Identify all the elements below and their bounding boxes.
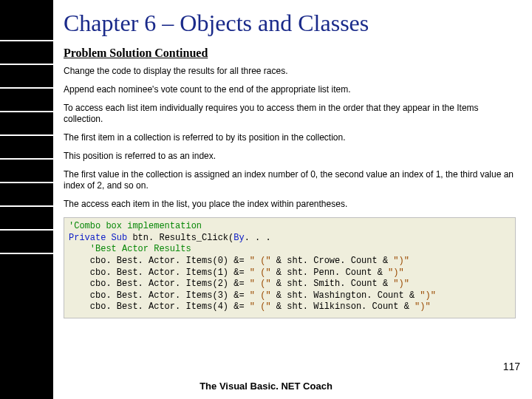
slide-page: Chapter 6 – Objects and Classes Problem … — [0, 0, 532, 399]
sidebar-stripe — [0, 64, 53, 65]
paragraph: Change the code to display the results f… — [64, 66, 517, 77]
paragraph: To access each list item individually re… — [64, 103, 517, 125]
sidebar-stripe — [0, 182, 53, 183]
content-area: Chapter 6 – Objects and Classes Problem … — [64, 10, 517, 318]
page-number: 117 — [503, 361, 520, 372]
sidebar-stripe — [0, 40, 53, 41]
sidebar-stripe — [0, 253, 53, 254]
sidebar-stripe — [0, 134, 53, 136]
paragraph: The access each item in the list, you pl… — [64, 199, 517, 210]
section-heading: Problem Solution Continued — [64, 47, 517, 60]
sidebar-stripe — [0, 229, 53, 231]
paragraph: This position is referred to as an index… — [64, 151, 517, 162]
paragraph: The first item in a collection is referr… — [64, 132, 517, 143]
sidebar-stripe — [0, 87, 53, 89]
sidebar-stripe — [0, 111, 53, 112]
sidebar-stripe — [0, 158, 53, 160]
paragraph: Append each nominee's vote count to the … — [64, 84, 517, 95]
sidebar-decoration — [0, 0, 53, 399]
chapter-title: Chapter 6 – Objects and Classes — [64, 10, 517, 36]
code-block: 'Combo box implementation Private Sub bt… — [64, 217, 516, 318]
sidebar-stripe — [0, 205, 53, 207]
paragraph: The first value in the collection is ass… — [64, 169, 517, 191]
footer-text: The Visual Basic. NET Coach — [0, 381, 532, 392]
